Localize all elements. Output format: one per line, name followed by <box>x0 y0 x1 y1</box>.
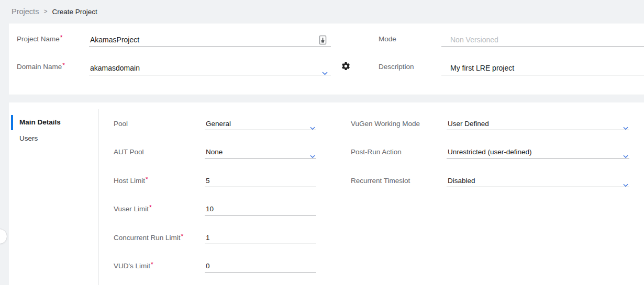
aut-pool-label: AUT Pool <box>114 146 144 158</box>
post-run-action-label: Post-Run Action <box>351 146 402 158</box>
vugen-working-mode-label-text: VuGen Working Mode <box>351 120 420 128</box>
required-mark: * <box>149 204 152 211</box>
pool-select[interactable]: General <box>205 118 316 130</box>
required-mark: * <box>60 34 63 41</box>
post-run-action-select[interactable]: Unrestricted (user-defined) <box>447 146 629 158</box>
project-name-label: Project Name* <box>17 35 62 44</box>
aut-pool-select[interactable]: None <box>205 146 316 158</box>
vuds-limit-value: 0 <box>205 262 210 270</box>
mode-label-text: Mode <box>379 35 396 43</box>
chevron-down-icon <box>310 150 315 162</box>
vuds-limit-label: VUD's Limit* <box>114 260 153 272</box>
mode-value: Non Versioned <box>441 36 498 44</box>
description-label-text: Description <box>379 63 414 71</box>
description-value: My first LRE project <box>441 64 514 72</box>
panel-collapse-handle[interactable] <box>0 229 7 244</box>
breadcrumb-current: Create Project <box>52 8 97 16</box>
concurrent-run-limit-value: 1 <box>205 234 210 242</box>
domain-name-value: akamasdomain <box>89 64 140 72</box>
domain-settings-button[interactable] <box>341 61 351 72</box>
domain-name-select[interactable]: akamasdomain <box>89 62 331 75</box>
aut-pool-value: None <box>205 148 223 156</box>
vuser-limit-label: Vuser Limit* <box>114 203 152 215</box>
chevron-down-icon <box>623 122 628 134</box>
recurrent-timeslot-select[interactable]: Disabled <box>447 175 629 187</box>
project-name-label-text: Project Name <box>17 35 60 43</box>
vuds-limit-label-text: VUD's Limit <box>114 262 150 270</box>
chevron-down-icon <box>623 179 628 191</box>
host-limit-label: Host Limit* <box>114 175 148 187</box>
vuser-limit-label-text: Vuser Limit <box>114 205 149 213</box>
concurrent-run-limit-label: Concurrent Run Limit* <box>114 232 183 244</box>
pool-label-text: Pool <box>114 120 128 128</box>
vugen-working-mode-value: User Defined <box>447 120 489 128</box>
pool-value: General <box>205 120 231 128</box>
post-run-action-label-text: Post-Run Action <box>351 148 402 156</box>
project-name-value: AkamasProject <box>89 36 139 44</box>
host-limit-value: 5 <box>205 177 210 185</box>
recurrent-timeslot-label: Recurrent Timeslot <box>351 175 410 187</box>
chevron-down-icon <box>310 122 315 134</box>
chevron-down-icon <box>322 66 328 79</box>
concurrent-run-limit-label-text: Concurrent Run Limit <box>114 234 181 242</box>
tab-users[interactable]: Users <box>19 134 38 142</box>
pool-label: Pool <box>114 118 128 130</box>
gear-icon <box>341 61 351 71</box>
required-mark: * <box>146 176 148 183</box>
recurrent-timeslot-value: Disabled <box>447 177 475 185</box>
vuds-limit-input[interactable]: 0 <box>205 260 316 272</box>
domain-name-label-text: Domain Name <box>17 63 62 71</box>
vugen-working-mode-select[interactable]: User Defined <box>447 118 629 130</box>
required-mark: * <box>181 233 184 240</box>
active-tab-indicator <box>11 115 13 130</box>
mode-field: Non Versioned <box>441 33 644 47</box>
recurrent-timeslot-label-text: Recurrent Timeslot <box>351 177 410 185</box>
host-limit-label-text: Host Limit <box>114 177 145 185</box>
post-run-action-value: Unrestricted (user-defined) <box>447 148 532 156</box>
description-label: Description <box>379 62 414 71</box>
project-name-input[interactable]: AkamasProject <box>89 33 331 47</box>
vuser-limit-value: 10 <box>205 205 214 213</box>
concurrent-run-limit-input[interactable]: 1 <box>205 232 316 244</box>
breadcrumb-link-projects[interactable]: Projects <box>12 7 39 16</box>
required-mark: * <box>62 62 65 69</box>
autofill-icon[interactable] <box>319 35 327 45</box>
breadcrumb-separator-icon: > <box>43 8 47 15</box>
mode-label: Mode <box>379 35 396 43</box>
tab-main-details[interactable]: Main Details <box>19 118 61 126</box>
chevron-down-icon <box>623 150 628 162</box>
host-limit-input[interactable]: 5 <box>205 175 316 187</box>
breadcrumb: Projects > Create Project <box>0 0 644 23</box>
vuser-limit-input[interactable]: 10 <box>205 203 316 215</box>
sidebar-divider <box>98 109 98 285</box>
project-properties-card: Project Name* AkamasProject Mode Non Ver… <box>9 24 644 95</box>
aut-pool-label-text: AUT Pool <box>114 148 144 156</box>
domain-name-label: Domain Name* <box>17 62 65 72</box>
required-mark: * <box>151 261 153 268</box>
project-details-card: Main Details Users Pool General AUT Pool… <box>9 102 644 285</box>
description-input[interactable]: My first LRE project <box>441 62 644 75</box>
vugen-working-mode-label: VuGen Working Mode <box>351 118 420 130</box>
